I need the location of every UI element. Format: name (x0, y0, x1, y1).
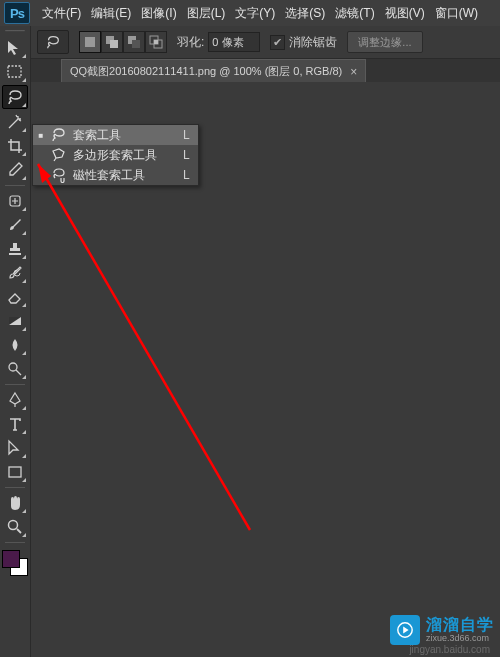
tools-panel (0, 26, 31, 657)
document-tab-bar: QQ截图20160802111411.png @ 100% (图层 0, RGB… (31, 59, 500, 84)
gradient-tool[interactable] (3, 310, 27, 332)
close-icon[interactable]: × (350, 65, 357, 79)
feather-input[interactable] (208, 32, 260, 52)
flyout-item-shortcut: L (183, 148, 190, 162)
app-logo: Ps (4, 2, 30, 24)
document-tab-title: QQ截图20160802111411.png @ 100% (图层 0, RGB… (70, 64, 342, 79)
menu-file[interactable]: 文件(F) (38, 3, 85, 24)
lasso-tool[interactable] (2, 85, 28, 109)
main-area: 羽化: ✔ 消除锯齿 调整边缘... QQ截图20160802111411.pn… (31, 26, 500, 657)
selection-intersect[interactable] (145, 31, 167, 53)
antialias-checkbox[interactable]: ✔ (270, 35, 285, 50)
svg-point-4 (9, 363, 17, 371)
document-tab[interactable]: QQ截图20160802111411.png @ 100% (图层 0, RGB… (61, 59, 366, 83)
toolbar-grip[interactable] (0, 26, 30, 36)
selection-subtract[interactable] (123, 31, 145, 53)
flyout-item-label: 套索工具 (73, 127, 177, 144)
hand-tool[interactable] (3, 492, 27, 514)
menu-edit[interactable]: 编辑(E) (87, 3, 135, 24)
move-tool[interactable] (3, 37, 27, 59)
svg-point-6 (9, 521, 18, 530)
selection-new[interactable] (79, 31, 101, 53)
lasso-icon (51, 127, 67, 143)
dodge-tool[interactable] (3, 358, 27, 380)
stamp-tool[interactable] (3, 238, 27, 260)
brush-tool[interactable] (3, 214, 27, 236)
tool-separator (5, 542, 25, 543)
shape-tool[interactable] (3, 461, 27, 483)
color-swatches[interactable] (2, 550, 28, 576)
watermark: 溜溜自学 zixue.3d66.com (390, 615, 494, 645)
menu-image[interactable]: 图像(I) (137, 3, 180, 24)
tool-separator (5, 487, 25, 488)
menu-select[interactable]: 选择(S) (281, 3, 329, 24)
crop-tool[interactable] (3, 135, 27, 157)
flyout-item-lasso[interactable]: ■ 套索工具 L (33, 125, 198, 145)
watermark-title: 溜溜自学 (426, 616, 494, 634)
menu-layer[interactable]: 图层(L) (183, 3, 230, 24)
eraser-tool[interactable] (3, 286, 27, 308)
menubar: Ps 文件(F) 编辑(E) 图像(I) 图层(L) 文字(Y) 选择(S) 滤… (0, 0, 500, 26)
options-bar: 羽化: ✔ 消除锯齿 调整边缘... (31, 26, 500, 59)
blur-tool[interactable] (3, 334, 27, 356)
menu-filter[interactable]: 滤镜(T) (331, 3, 378, 24)
healing-brush-tool[interactable] (3, 190, 27, 212)
pen-tool[interactable] (3, 389, 27, 411)
tool-separator (5, 185, 25, 186)
magnetic-lasso-icon (51, 167, 67, 183)
type-tool[interactable] (3, 413, 27, 435)
watermark-logo-icon (390, 615, 420, 645)
flyout-item-shortcut: L (183, 128, 190, 142)
menu-type[interactable]: 文字(Y) (231, 3, 279, 24)
lasso-flyout-menu: ■ 套索工具 L 多边形套索工具 L 磁性套索工具 L (32, 124, 199, 186)
polygonal-lasso-icon (51, 147, 67, 163)
flyout-selected-marker: ■ (37, 131, 45, 140)
tool-separator (5, 384, 25, 385)
flyout-item-polygonal-lasso[interactable]: 多边形套索工具 L (33, 145, 198, 165)
flyout-item-label: 多边形套索工具 (73, 147, 177, 164)
history-brush-tool[interactable] (3, 262, 27, 284)
svg-rect-14 (154, 40, 158, 44)
antialias-option[interactable]: ✔ 消除锯齿 (270, 34, 337, 51)
watermark-sub: zixue.3d66.com (426, 634, 494, 644)
marquee-tool[interactable] (3, 61, 27, 83)
feather-option: 羽化: (177, 32, 260, 52)
path-select-tool[interactable] (3, 437, 27, 459)
selection-mode-group (79, 31, 167, 53)
svg-rect-7 (85, 37, 95, 47)
flyout-item-label: 磁性套索工具 (73, 167, 177, 184)
selection-add[interactable] (101, 31, 123, 53)
menu-view[interactable]: 视图(V) (381, 3, 429, 24)
tool-preset-picker[interactable] (37, 30, 69, 54)
watermark-text: 溜溜自学 zixue.3d66.com (426, 616, 494, 643)
svg-rect-0 (8, 66, 21, 77)
refine-edge-button[interactable]: 调整边缘... (347, 31, 422, 53)
svg-rect-9 (110, 40, 118, 48)
svg-rect-11 (132, 40, 140, 48)
zoom-tool[interactable] (3, 516, 27, 538)
flyout-item-magnetic-lasso[interactable]: 磁性套索工具 L (33, 165, 198, 185)
magic-wand-tool[interactable] (3, 111, 27, 133)
watermark-url: jingyan.baidu.com (409, 644, 490, 655)
feather-label: 羽化: (177, 34, 204, 51)
antialias-label: 消除锯齿 (289, 34, 337, 51)
foreground-color-swatch[interactable] (2, 550, 20, 568)
svg-rect-5 (9, 467, 21, 477)
eyedropper-tool[interactable] (3, 159, 27, 181)
flyout-item-shortcut: L (183, 168, 190, 182)
menu-window[interactable]: 窗口(W) (431, 3, 482, 24)
